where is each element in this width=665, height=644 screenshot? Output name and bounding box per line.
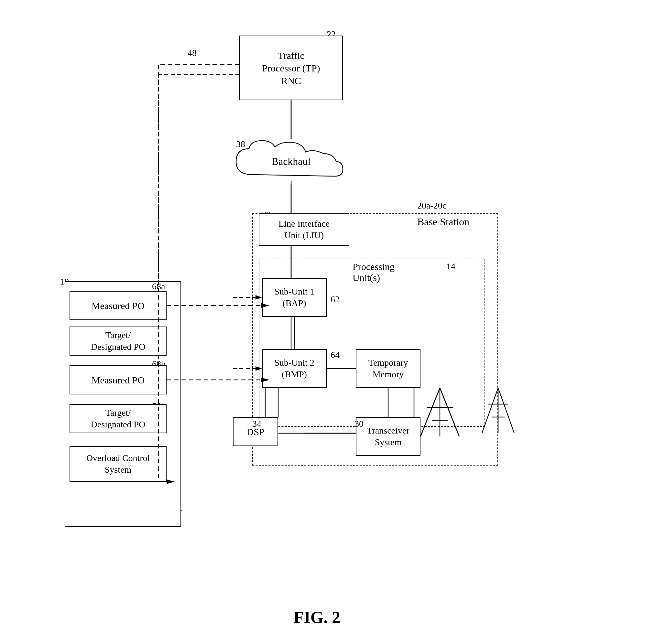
target-po2-box: Target/ Designated PO xyxy=(70,404,167,433)
transceiver-box: Transceiver System xyxy=(356,417,420,456)
ref64-label: 64 xyxy=(330,350,340,360)
ref48-label: 48 xyxy=(188,48,197,58)
overload-control-box: Overload Control System xyxy=(70,446,167,482)
measured-po2-label: Measured PO xyxy=(92,374,145,386)
temp-memory-label: Temporary Memory xyxy=(368,357,408,380)
ref34-label: 34 xyxy=(252,419,261,429)
svg-line-15 xyxy=(498,388,514,433)
ref68a-label: 68a xyxy=(152,281,165,292)
traffic-processor-box: Traffic Processor (TP) RNC xyxy=(239,36,343,100)
base-station-label: Base Station xyxy=(417,216,469,228)
processing-units-label: Processing Unit(s) xyxy=(353,261,395,283)
target-po1-label: Target/ Designated PO xyxy=(91,329,146,353)
measured-po1-label: Measured PO xyxy=(92,299,145,312)
figure-label: FIG. 2 xyxy=(252,608,382,627)
overload-control-label: Overload Control System xyxy=(87,452,150,476)
diagram: 22 48 Traffic Processor (TP) RNC 38 Back… xyxy=(0,0,665,644)
traffic-processor-label: Traffic Processor (TP) RNC xyxy=(262,49,320,87)
ref20a20c-label: 20a-20c xyxy=(417,200,446,211)
target-po2-label: Target/ Designated PO xyxy=(91,407,146,431)
measured-po1-box: Measured PO xyxy=(70,291,167,320)
sub-unit2-label: Sub-Unit 2 (BMP) xyxy=(274,357,315,380)
target-po1-box: Target/ Designated PO xyxy=(70,327,167,356)
transceiver-label: Transceiver System xyxy=(367,425,409,448)
sub-unit1-box: Sub-Unit 1 (BAP) xyxy=(262,278,327,317)
liu-label: Line Interface Unit (LIU) xyxy=(279,218,329,241)
measured-po2-box: Measured PO xyxy=(70,365,167,394)
liu-box: Line Interface Unit (LIU) xyxy=(259,213,349,246)
ref62-label: 62 xyxy=(330,294,340,305)
ref14-label: 14 xyxy=(446,261,455,272)
temp-memory-box: Temporary Memory xyxy=(356,349,420,388)
svg-text:Backhaul: Backhaul xyxy=(272,156,311,167)
sub-unit1-label: Sub-Unit 1 (BAP) xyxy=(274,286,315,309)
backhaul-cloud: Backhaul xyxy=(233,139,349,184)
sub-unit2-box: Sub-Unit 2 (BMP) xyxy=(262,349,327,388)
ref30-label: 30 xyxy=(355,419,364,429)
